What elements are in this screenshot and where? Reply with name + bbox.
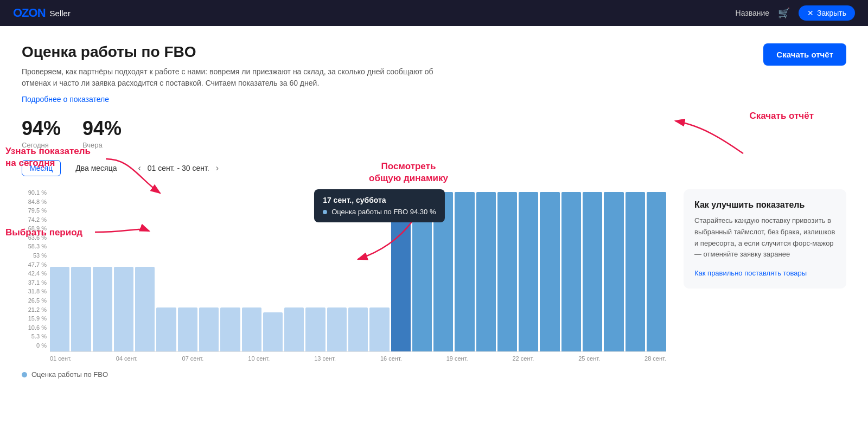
y-axis-label: 84.8 % (22, 198, 50, 205)
header-right: Название 🛒 ✕ Закрыть (736, 5, 855, 21)
x-axis-label: 04 сент. (116, 355, 138, 362)
legend-dot (22, 372, 27, 377)
y-axis-label: 10.6 % (22, 324, 50, 331)
yesterday-metric: 94% Вчера (82, 117, 122, 149)
annotation-download: Скачать отчёт (749, 110, 814, 122)
header-title: Название (736, 9, 770, 17)
chart-bar[interactable] (604, 192, 623, 351)
y-axis-label: 47.7 % (22, 261, 50, 268)
x-axis-label: 22 сент. (512, 355, 534, 362)
chart-bar[interactable] (178, 307, 197, 351)
page-header: Оценка работы по FBO Проверяем, как парт… (22, 43, 846, 104)
x-axis-label: 01 сент. (50, 355, 72, 362)
main-content: Оценка работы по FBO Проверяем, как парт… (0, 26, 868, 423)
x-axis-label: 07 сент. (182, 355, 204, 362)
prev-arrow[interactable]: ‹ (136, 163, 143, 173)
y-axis-label: 53 % (22, 252, 50, 259)
annotation-view-dynamics: Посмотретьобщую динамику (369, 161, 448, 184)
chart-bar[interactable] (93, 267, 112, 351)
chart-container: 90.1 %84.8 %79.5 %74.2 %68.9 %63.6 %58.3… (22, 189, 666, 379)
page-title: Оценка работы по FBO (22, 43, 445, 61)
chart-bar[interactable] (284, 307, 304, 351)
chart-wrapper: 90.1 %84.8 %79.5 %74.2 %68.9 %63.6 %58.3… (22, 189, 666, 362)
chart-bar[interactable] (114, 267, 133, 351)
sidebar-section: Как улучшить показатель Старайтесь кажду… (684, 189, 846, 379)
date-range: 01 сент. - 30 сент. (148, 164, 209, 172)
sidebar-card: Как улучшить показатель Старайтесь кажду… (684, 189, 846, 289)
tooltip-dot (323, 210, 327, 214)
sidebar-link[interactable]: Как правильно поставлять товары (694, 269, 807, 277)
ozon-logo: OZON (13, 6, 46, 20)
chart-bar[interactable] (476, 192, 496, 351)
y-axis-label: 5.3 % (22, 333, 50, 339)
sidebar-title: Как улучшить показатель (694, 200, 835, 210)
x-axis: 01 сент.04 сент.07 сент.10 сент.13 сент.… (50, 352, 666, 362)
x-axis-label: 25 сент. (578, 355, 600, 362)
y-axis-label: 58.3 % (22, 243, 50, 249)
yesterday-value: 94% (82, 117, 122, 140)
y-axis-label: 0 % (22, 342, 50, 349)
chart-bar[interactable] (263, 312, 283, 351)
y-axis-label: 79.5 % (22, 207, 50, 214)
chart-bar[interactable] (519, 192, 538, 351)
header: OZON Seller Название 🛒 ✕ Закрыть (0, 0, 868, 26)
chart-bar[interactable] (497, 192, 517, 351)
y-axis-label: 37.1 % (22, 279, 50, 286)
close-button[interactable]: ✕ Закрыть (799, 5, 855, 21)
chart-bar[interactable] (369, 307, 389, 351)
chart-bar[interactable] (455, 192, 474, 351)
details-link[interactable]: Подробнее о показателе (22, 95, 109, 104)
chart-bar[interactable] (583, 192, 602, 351)
chart-bar[interactable] (71, 267, 91, 351)
y-axis-label: 21.2 % (22, 306, 50, 313)
y-axis-label: 15.9 % (22, 315, 50, 322)
chart-bar[interactable] (540, 192, 559, 351)
seller-label: Seller (50, 9, 71, 18)
chart-bar[interactable] (647, 192, 666, 351)
x-axis-label: 16 сент. (380, 355, 402, 362)
y-axis-label: 26.5 % (22, 297, 50, 304)
page-header-left: Оценка работы по FBO Проверяем, как парт… (22, 43, 445, 104)
content-area: 90.1 %84.8 %79.5 %74.2 %68.9 %63.6 %58.3… (22, 189, 846, 379)
x-axis-label: 19 сент. (446, 355, 468, 362)
annotation-choose-period: Выбрать период (5, 227, 82, 239)
x-axis-label: 10 сент. (248, 355, 270, 362)
x-axis-label: 13 сент. (314, 355, 336, 362)
chart-bar[interactable] (135, 267, 155, 351)
download-button[interactable]: Скачать отчёт (763, 43, 846, 66)
y-axis-label: 31.8 % (22, 288, 50, 294)
y-axis-label: 74.2 % (22, 216, 50, 223)
chart-bar[interactable] (561, 192, 581, 351)
x-axis-label: 28 сент. (644, 355, 666, 362)
chart-legend: Оценка работы по FBO (22, 370, 666, 379)
y-axis: 90.1 %84.8 %79.5 %74.2 %68.9 %63.6 %58.3… (22, 189, 50, 362)
close-icon: ✕ (807, 9, 814, 17)
chart-inner: 17 сент., суббота Оценка работы по FBO 9… (50, 189, 666, 362)
chart-bar[interactable] (305, 307, 325, 351)
next-arrow[interactable]: › (214, 163, 221, 173)
tooltip-text: Оценка работы по FBO 94.30 % (331, 208, 436, 216)
header-left: OZON Seller (13, 6, 71, 20)
annotation-learn-metric: Узнать показательна сегодня (5, 145, 91, 169)
chart-bar[interactable] (220, 307, 240, 351)
chart-bar[interactable] (242, 307, 261, 351)
date-nav: ‹ 01 сент. - 30 сент. › (136, 163, 221, 173)
today-metric: 94% Сегодня (22, 117, 61, 149)
chart-bar[interactable] (626, 192, 645, 351)
today-value: 94% (22, 117, 61, 140)
chart-tooltip: 17 сент., суббота Оценка работы по FBO 9… (314, 189, 444, 222)
y-axis-label: 42.4 % (22, 270, 50, 277)
chart-section: 90.1 %84.8 %79.5 %74.2 %68.9 %63.6 %58.3… (22, 189, 666, 379)
tooltip-title: 17 сент., суббота (323, 196, 436, 204)
chart-bar[interactable] (156, 307, 176, 351)
chart-bar[interactable] (50, 267, 69, 351)
tooltip-item: Оценка работы по FBO 94.30 % (323, 208, 436, 216)
y-axis-label: 90.1 % (22, 189, 50, 196)
chart-bar[interactable] (348, 307, 368, 351)
chart-bar[interactable] (327, 307, 347, 351)
chart-bar[interactable] (199, 307, 219, 351)
download-area: Скачать отчёт (763, 43, 846, 66)
metrics-row: 94% Сегодня 94% Вчера (22, 117, 846, 149)
bell-icon[interactable]: 🛒 (778, 7, 790, 19)
sidebar-text: Старайтесь каждую поставку привозить в в… (694, 215, 835, 260)
